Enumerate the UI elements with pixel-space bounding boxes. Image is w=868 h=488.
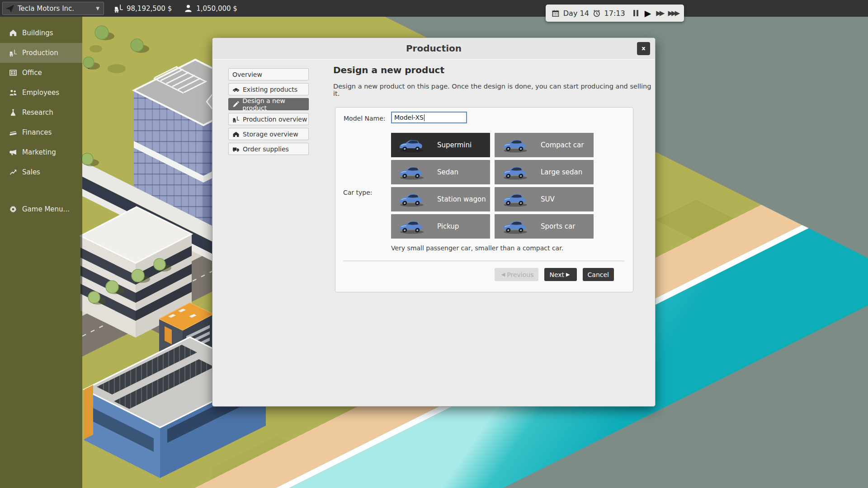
car-type-label: Station wagon <box>437 195 486 203</box>
previous-button[interactable]: ◀ Previous <box>495 268 539 281</box>
company-selector[interactable]: Tecla Motors Inc. ▼ <box>2 2 104 15</box>
dialog-header: Production x <box>212 38 655 60</box>
personal-funds: 1,050,000 $ <box>184 4 237 13</box>
sidebar-item-label: Employees <box>22 89 59 97</box>
gear-icon <box>9 205 17 213</box>
tab-label: Order supplies <box>243 145 289 153</box>
car-illustration-icon <box>502 218 529 235</box>
sidebar-item-game-menu[interactable]: Game Menu... <box>0 199 82 219</box>
sidebar-item-office[interactable]: Office <box>0 63 82 83</box>
design-form-panel: Model Name: Model-XS Car type: Supermini… <box>335 107 633 292</box>
page-title: Design a new product <box>333 65 444 75</box>
wizard-buttons: ◀ Previous Next ▶ Cancel <box>495 268 614 281</box>
sidebar-item-label: Game Menu... <box>22 205 70 213</box>
tab-design-a-new-product[interactable]: Design a new product <box>228 98 309 110</box>
cancel-button[interactable]: Cancel <box>583 268 614 281</box>
sidebar-item-label: Office <box>22 69 42 77</box>
calendar-icon <box>552 9 560 18</box>
model-name-label: Model Name: <box>344 115 386 122</box>
office-icon <box>9 69 17 77</box>
company-funds: 98,192,500 $ <box>114 4 172 13</box>
sidebar-item-label: Marketing <box>22 148 56 156</box>
tab-order-supplies[interactable]: Order supplies <box>228 143 309 155</box>
sidebar-item-buildings[interactable]: Buildings <box>0 23 82 43</box>
dialog-tab-list: OverviewExisting productsDesign a new pr… <box>228 68 309 158</box>
car-type-sports-car[interactable]: Sports car <box>495 214 594 239</box>
employees-icon <box>9 89 17 97</box>
sidebar-item-label: Research <box>22 108 53 117</box>
car-type-suv[interactable]: SUV <box>495 187 594 211</box>
tab-production-overview[interactable]: Production overview <box>228 113 309 125</box>
sidebar-item-finances[interactable]: Finances <box>0 122 82 142</box>
car-type-sedan[interactable]: Sedan <box>391 160 490 184</box>
dialog-title: Production <box>212 38 655 59</box>
close-button[interactable]: x <box>637 42 650 55</box>
car-illustration-icon <box>398 191 425 207</box>
sidebar-item-research[interactable]: Research <box>0 103 82 122</box>
car-type-compact-car[interactable]: Compact car <box>495 133 594 157</box>
right-arrow-icon: ▶ <box>566 272 570 277</box>
time-panel: Day 14 17:13 ▶▶▶▶▶▶ <box>546 5 684 22</box>
tab-label: Existing products <box>243 86 297 93</box>
sidebar: BuildingsProductionOfficeEmployeesResear… <box>0 17 82 488</box>
finances-icon <box>9 128 17 136</box>
car-illustration-icon <box>502 164 529 180</box>
fastest-forward-button[interactable]: ▶▶▶ <box>668 10 678 17</box>
marketing-icon <box>9 148 17 156</box>
tab-existing-products[interactable]: Existing products <box>228 83 309 95</box>
company-name: Tecla Motors Inc. <box>18 5 74 13</box>
next-button[interactable]: Next ▶ <box>544 268 576 281</box>
car-type-label: Pickup <box>437 222 459 230</box>
car-type-supermini[interactable]: Supermini <box>391 133 490 157</box>
tab-storage-overview[interactable]: Storage overview <box>228 128 309 140</box>
dialog-body: OverviewExisting productsDesign a new pr… <box>212 59 655 406</box>
chevron-down-icon: ▼ <box>96 6 99 11</box>
car-type-station-wagon[interactable]: Station wagon <box>391 187 490 211</box>
sidebar-item-production[interactable]: Production <box>0 43 82 63</box>
car-illustration-icon <box>398 218 425 235</box>
game-day: Day 14 <box>563 9 589 18</box>
car-type-label: SUV <box>541 195 555 203</box>
divider <box>343 261 624 261</box>
warehouse-icon <box>232 131 240 138</box>
car-type-label: Sports car <box>541 222 575 230</box>
home-icon <box>9 29 17 37</box>
model-name-value: Model-XS <box>394 114 424 121</box>
forklift-icon <box>9 49 17 57</box>
game-time: 17:13 <box>604 9 625 18</box>
speed-controls: ▶▶▶▶▶▶ <box>633 9 678 18</box>
tab-label: Design a new product <box>242 97 308 112</box>
car-illustration-icon <box>398 137 425 153</box>
car-illustration-icon <box>398 164 425 180</box>
forklift-icon <box>232 116 240 123</box>
tab-label: Storage overview <box>243 131 298 138</box>
sales-icon <box>9 168 17 176</box>
personal-funds-value: 1,050,000 $ <box>196 5 237 13</box>
tab-label: Overview <box>232 71 262 78</box>
sidebar-item-label: Buildings <box>22 29 53 37</box>
car-type-label: Car type: <box>343 189 373 196</box>
selected-type-description: Very small passenger car, smaller than a… <box>391 244 563 252</box>
play-button[interactable]: ▶ <box>645 9 651 18</box>
car-icon <box>232 86 240 93</box>
sidebar-item-sales[interactable]: Sales <box>0 162 82 182</box>
car-type-large-sedan[interactable]: Large sedan <box>495 160 594 184</box>
person-icon <box>184 4 193 13</box>
page-description: Design a new product on this page. Once … <box>333 83 655 97</box>
sidebar-item-employees[interactable]: Employees <box>0 83 82 103</box>
pause-button[interactable] <box>633 10 640 16</box>
tab-label: Production overview <box>243 116 307 123</box>
text-caret <box>424 114 425 121</box>
model-name-input[interactable]: Model-XS <box>391 112 467 123</box>
sidebar-item-marketing[interactable]: Marketing <box>0 142 82 162</box>
car-illustration-icon <box>502 137 529 153</box>
car-type-grid: SuperminiCompact carSedanLarge sedanStat… <box>391 133 594 239</box>
fast-forward-button[interactable]: ▶▶ <box>656 10 663 17</box>
sidebar-item-label: Sales <box>22 168 40 176</box>
car-type-pickup[interactable]: Pickup <box>391 214 490 239</box>
research-icon <box>9 108 17 117</box>
tab-overview[interactable]: Overview <box>228 68 309 80</box>
production-dialog: Production x OverviewExisting productsDe… <box>212 38 656 407</box>
car-type-label: Large sedan <box>541 168 582 176</box>
pencil-icon <box>232 101 239 108</box>
